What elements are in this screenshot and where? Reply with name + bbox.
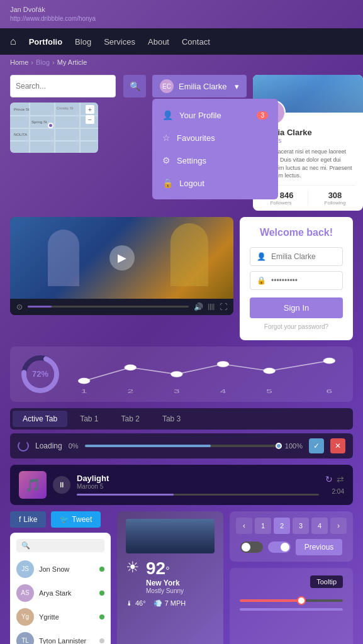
username-field[interactable]: 👤: [250, 247, 343, 266]
search-button[interactable]: 🔍: [123, 75, 146, 97]
nav-services[interactable]: Services: [104, 35, 135, 49]
nav-blog[interactable]: Blog: [75, 35, 91, 49]
music-duration: 2:04: [332, 488, 344, 495]
dropdown-button[interactable]: EC Emilia Clarke ▾: [152, 75, 247, 97]
nav-contact[interactable]: Contact: [182, 35, 210, 49]
user-search-input[interactable]: [34, 541, 99, 549]
toggle-off[interactable]: [240, 541, 263, 553]
user-search-icon: 🔍: [21, 541, 30, 550]
menu-favourites[interactable]: ☆ Favourites: [152, 126, 278, 149]
weather-main: ☀ 92° New York Mostly Sunny: [126, 558, 215, 594]
login-title: Welcome back!: [250, 227, 343, 238]
slider-1-thumb[interactable]: [297, 596, 306, 605]
slider-2-track[interactable]: [240, 608, 343, 611]
tab-3[interactable]: Tab 3: [152, 411, 191, 427]
lock-icon: 🔒: [257, 276, 266, 285]
music-controls: ↻ ⇄ 2:04: [325, 474, 344, 495]
tab-active[interactable]: Active Tab: [13, 411, 67, 427]
page-4[interactable]: 4: [311, 518, 328, 534]
search-input[interactable]: [16, 82, 110, 91]
video-progress-fill: [28, 306, 52, 308]
svg-text:6: 6: [327, 388, 333, 394]
previous-button[interactable]: Previous: [296, 539, 343, 555]
settings-icon: ⚙: [162, 155, 170, 165]
map-zoom-out[interactable]: −: [86, 115, 94, 124]
video-play-icon[interactable]: ⊙: [16, 303, 23, 311]
music-pause-button[interactable]: ⏸: [53, 476, 70, 494]
loading-check-button[interactable]: ✓: [309, 438, 324, 453]
user-avatar-4: TL: [16, 632, 34, 644]
password-input[interactable]: [271, 276, 336, 285]
sign-in-button[interactable]: Sign In: [250, 297, 343, 318]
svg-text:4: 4: [220, 388, 226, 394]
music-shuffle-icon[interactable]: ⇄: [337, 474, 344, 484]
user-name-3: Ygritte: [39, 613, 94, 621]
dropdown-avatar: EC: [160, 79, 174, 93]
video-fullscreen-icon[interactable]: ⛶: [220, 303, 227, 311]
weather-bg: [126, 519, 215, 553]
video-section: ▶ ⊙ 🔊 |||| ⛶: [10, 217, 233, 340]
weather-unit: °: [165, 565, 169, 576]
page-1[interactable]: 1: [255, 518, 271, 534]
video-progress-bar[interactable]: [28, 306, 189, 308]
forgot-password[interactable]: Forgot your password?: [250, 323, 343, 330]
loading-start-pct: 0%: [69, 442, 79, 450]
svg-text:3: 3: [174, 388, 180, 394]
video-play-button[interactable]: ▶: [109, 245, 135, 270]
breadcrumb-sep1: ›: [31, 58, 33, 66]
page-prev-arrow[interactable]: ‹: [236, 518, 252, 534]
menu-logout-label: Logout: [179, 179, 204, 188]
svg-point-5: [218, 361, 228, 367]
weather-low-temp: 46°: [135, 599, 146, 607]
home-icon[interactable]: ⌂: [10, 36, 16, 47]
music-pause-wrap: ⏸: [53, 476, 70, 494]
tooltip-wrap: Tooltip: [240, 575, 343, 593]
page-3[interactable]: 3: [293, 518, 309, 534]
video-frame: ▶: [10, 217, 233, 299]
password-field[interactable]: 🔒: [250, 271, 343, 290]
menu-logout[interactable]: 🔒 Logout: [152, 172, 278, 194]
slider-1-track[interactable]: [240, 599, 343, 602]
page-2[interactable]: 2: [274, 518, 290, 534]
menu-settings[interactable]: ⚙ Settings: [152, 149, 278, 172]
music-title: Daylight: [77, 474, 319, 483]
like-button[interactable]: f Like: [10, 511, 46, 528]
tooltip-box: Tooltip: [310, 575, 343, 588]
music-info: Daylight Maroon 5: [77, 474, 319, 496]
dropdown-arrow: ▾: [235, 82, 239, 91]
loading-bar: Loading 0% 100% ✓ ✕: [10, 433, 353, 458]
nav-about[interactable]: About: [148, 35, 169, 49]
user-row-2: AS Arya Stark: [16, 581, 104, 605]
loading-end-pct: 100%: [285, 442, 303, 450]
username-input[interactable]: [271, 252, 336, 261]
loading-cancel-button[interactable]: ✕: [330, 438, 345, 453]
weather-wind-speed: 7 MPH: [165, 599, 186, 607]
map-zoom-in[interactable]: +: [86, 105, 94, 114]
page-next-arrow[interactable]: ›: [330, 518, 347, 534]
breadcrumb-home[interactable]: Home: [10, 58, 28, 66]
breadcrumb-blog[interactable]: Blog: [36, 58, 50, 66]
music-progress-bar[interactable]: [77, 494, 319, 496]
tab-2[interactable]: Tab 2: [111, 411, 150, 427]
svg-text:5: 5: [266, 388, 272, 394]
user-name-2: Arya Stark: [39, 589, 94, 597]
tweet-button[interactable]: 🐦 Tweet: [51, 511, 101, 528]
video-volume-icon[interactable]: 🔊: [194, 303, 203, 311]
profile-icon: 👤: [162, 110, 173, 120]
menu-profile-label: Your Profile: [179, 111, 221, 120]
menu-profile[interactable]: 👤 Your Profile 3: [152, 104, 278, 126]
music-repeat-icon[interactable]: ↻: [325, 474, 333, 484]
breadcrumb-article[interactable]: My Article: [57, 58, 87, 66]
toggle-on[interactable]: [268, 541, 291, 553]
nav-portfolio[interactable]: Portfolio: [29, 35, 62, 49]
line-chart: 1 2 3 4 5 6: [70, 354, 343, 394]
music-player: 🎵 ⏸ Daylight Maroon 5 ↻ ⇄ 2:04: [10, 465, 353, 505]
weather-overlay: [126, 519, 215, 553]
tab-1[interactable]: Tab 1: [70, 411, 108, 427]
social-buttons: f Like 🐦 Tweet: [10, 511, 111, 528]
user-dropdown: EC Emilia Clarke ▾ 👤 Your Profile 3 ☆ Fa…: [152, 75, 247, 97]
status-dot-2: [99, 591, 104, 596]
loading-spinner: [18, 440, 29, 452]
progress-track[interactable]: [85, 445, 279, 447]
facebook-icon: f: [19, 515, 21, 524]
